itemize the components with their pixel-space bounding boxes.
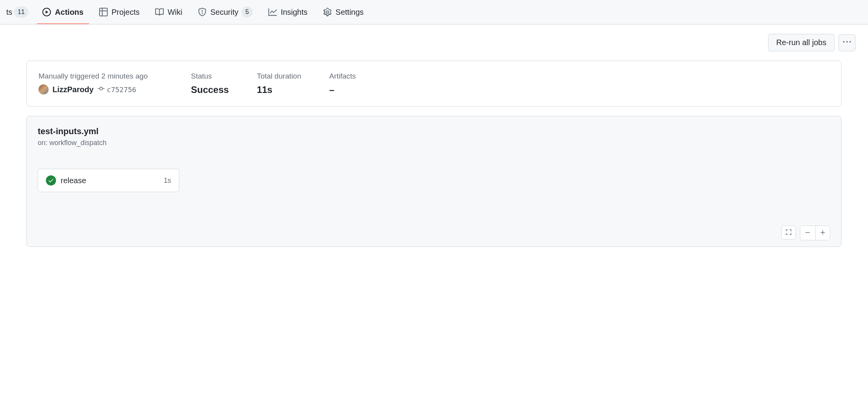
status-label: Status xyxy=(191,72,229,80)
summary-status-col: Status Success xyxy=(191,72,229,95)
rerun-jobs-label: Re-run all jobs xyxy=(776,38,826,47)
trigger-row: LizzParody c752756 xyxy=(38,84,163,94)
zoom-in-button[interactable] xyxy=(815,226,830,240)
graph-icon xyxy=(268,8,277,16)
play-icon xyxy=(42,8,51,16)
zoom-group xyxy=(800,226,830,240)
git-commit-icon xyxy=(98,85,105,94)
page-content: Re-run all jobs Manually triggered 2 min… xyxy=(0,24,868,247)
workflow-graph-box: test-inputs.yml on: workflow_dispatch re… xyxy=(26,116,842,247)
workflow-graph-area: release 1s xyxy=(38,169,830,239)
workflow-run-toolbar: Re-run all jobs xyxy=(12,24,856,61)
run-summary-box: Manually triggered 2 minutes ago LizzPar… xyxy=(26,61,842,107)
book-icon xyxy=(155,8,164,16)
plus-icon xyxy=(820,229,826,237)
tab-insights[interactable]: Insights xyxy=(262,0,314,24)
job-name: release xyxy=(61,176,159,185)
workflow-trigger-text: on: workflow_dispatch xyxy=(38,139,830,147)
tab-security-label: Security xyxy=(210,8,238,17)
summary-duration-col: Total duration 11s xyxy=(257,72,301,95)
table-icon xyxy=(99,8,108,16)
prev-tab-count: 11 xyxy=(14,7,29,18)
triggered-by-user[interactable]: LizzParody xyxy=(52,85,94,94)
zoom-controls xyxy=(781,226,830,240)
status-value: Success xyxy=(191,84,229,95)
minus-icon xyxy=(805,229,811,237)
commit-sha-text: c752756 xyxy=(107,86,136,94)
tab-wiki-label: Wiki xyxy=(168,8,182,17)
kebab-menu-button[interactable] xyxy=(838,34,856,51)
repo-tabnav: ts 11 Actions Projects Wiki Security 5 I… xyxy=(0,0,868,24)
artifacts-value: – xyxy=(329,84,356,95)
duration-label: Total duration xyxy=(257,72,301,80)
tab-projects[interactable]: Projects xyxy=(93,0,146,24)
duration-value: 11s xyxy=(257,84,301,95)
summary-trigger-col: Manually triggered 2 minutes ago LizzPar… xyxy=(38,72,163,95)
shield-icon xyxy=(198,8,206,16)
gear-icon xyxy=(323,8,332,16)
user-avatar[interactable] xyxy=(38,84,49,94)
prev-tab-partial: ts xyxy=(6,8,12,17)
tab-security[interactable]: Security 5 xyxy=(192,0,259,24)
job-duration: 1s xyxy=(164,177,171,185)
tab-projects-label: Projects xyxy=(112,8,140,17)
artifacts-label: Artifacts xyxy=(329,72,356,80)
tab-actions[interactable]: Actions xyxy=(36,0,89,24)
trigger-text: Manually triggered 2 minutes ago xyxy=(38,72,163,80)
commit-link[interactable]: c752756 xyxy=(98,85,136,94)
tab-actions-label: Actions xyxy=(55,8,83,17)
workflow-filename: test-inputs.yml xyxy=(38,126,830,136)
zoom-out-button[interactable] xyxy=(800,226,815,240)
summary-artifacts-col: Artifacts – xyxy=(329,72,356,95)
security-count-badge: 5 xyxy=(242,7,253,18)
tab-settings[interactable]: Settings xyxy=(317,0,370,24)
rerun-jobs-button[interactable]: Re-run all jobs xyxy=(768,34,835,51)
tab-settings-label: Settings xyxy=(336,8,364,17)
tab-insights-label: Insights xyxy=(281,8,308,17)
screen-full-icon xyxy=(786,229,792,236)
fullscreen-button[interactable] xyxy=(781,226,796,240)
check-circle-icon xyxy=(46,175,56,186)
tab-wiki[interactable]: Wiki xyxy=(149,0,189,24)
job-node-release[interactable]: release 1s xyxy=(38,169,179,192)
kebab-horizontal-icon xyxy=(843,38,851,47)
